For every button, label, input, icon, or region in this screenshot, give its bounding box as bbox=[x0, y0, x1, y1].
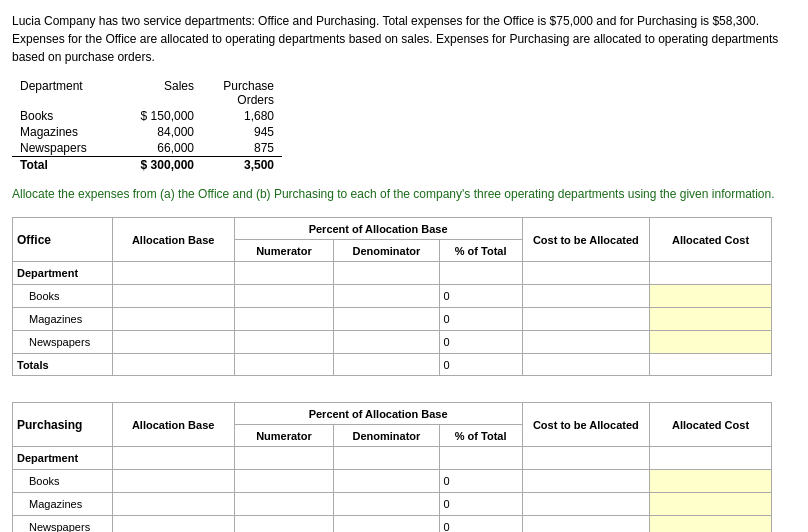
office-books-num-field[interactable] bbox=[239, 287, 330, 305]
office-books-alloc-input[interactable] bbox=[112, 285, 234, 308]
office-dept-alloc-input[interactable] bbox=[112, 262, 234, 285]
purchasing-books-alloc-input[interactable] bbox=[112, 470, 234, 493]
office-books-allocated bbox=[650, 285, 772, 308]
purchasing-books-num-input[interactable] bbox=[234, 470, 334, 493]
purchasing-magazines-alloc-field[interactable] bbox=[117, 495, 230, 513]
office-dept-row: Department bbox=[13, 262, 772, 285]
purchasing-books-alloc-field[interactable] bbox=[117, 472, 230, 490]
purchasing-books-num-field[interactable] bbox=[239, 472, 330, 490]
office-magazines-num-input[interactable] bbox=[234, 308, 334, 331]
office-newspapers-pct: 0 bbox=[439, 331, 522, 354]
purchasing-dept-num-input[interactable] bbox=[234, 447, 334, 470]
purchasing-denominator-label: Denominator bbox=[334, 425, 439, 447]
office-books-row: Books 0 bbox=[13, 285, 772, 308]
purchasing-dept-alloc-input[interactable] bbox=[112, 447, 234, 470]
purchasing-dept-alloc-field[interactable] bbox=[117, 449, 230, 467]
purchasing-magazines-num-field[interactable] bbox=[239, 495, 330, 513]
orders-newspapers: 875 bbox=[202, 140, 282, 157]
purchasing-pct-header: Percent of Allocation Base bbox=[234, 403, 522, 425]
office-books-cost bbox=[522, 285, 649, 308]
purchasing-magazines-pct: 0 bbox=[439, 493, 522, 516]
purchasing-table: Purchasing Allocation Base Percent of Al… bbox=[12, 402, 772, 532]
office-books-label: Books bbox=[13, 285, 113, 308]
office-magazines-pct: 0 bbox=[439, 308, 522, 331]
office-totals-row: Totals 0 bbox=[13, 354, 772, 376]
purchasing-magazines-denom-input[interactable] bbox=[334, 493, 439, 516]
office-newspapers-alloc-input[interactable] bbox=[112, 331, 234, 354]
office-dept-allocated bbox=[650, 262, 772, 285]
purchasing-dept-allocated bbox=[650, 447, 772, 470]
purchasing-cost-header: Cost to be Allocated bbox=[522, 403, 649, 447]
office-header-row: Office Allocation Base Percent of Alloca… bbox=[13, 218, 772, 240]
office-newspapers-num-field[interactable] bbox=[239, 333, 330, 351]
office-totals-denom bbox=[334, 354, 439, 376]
office-pct-header: Percent of Allocation Base bbox=[234, 218, 522, 240]
purchasing-dept-denom-field[interactable] bbox=[338, 449, 434, 467]
table-row: Books $ 150,000 1,680 bbox=[12, 108, 282, 124]
office-newspapers-alloc-field[interactable] bbox=[117, 333, 230, 351]
purchasing-books-label: Books bbox=[13, 470, 113, 493]
purchasing-dept-row: Department bbox=[13, 447, 772, 470]
purchasing-section: Purchasing Allocation Base Percent of Al… bbox=[12, 402, 796, 532]
office-newspapers-denom-input[interactable] bbox=[334, 331, 439, 354]
purchasing-newspapers-allocated bbox=[650, 516, 772, 533]
purchasing-dept-num-field[interactable] bbox=[239, 449, 330, 467]
office-magazines-denom-field[interactable] bbox=[338, 310, 434, 328]
office-books-denom-field[interactable] bbox=[338, 287, 434, 305]
office-books-denom-input[interactable] bbox=[334, 285, 439, 308]
dept-magazines: Magazines bbox=[12, 124, 102, 140]
office-magazines-cost bbox=[522, 308, 649, 331]
purchasing-magazines-label: Magazines bbox=[13, 493, 113, 516]
office-totals-num bbox=[234, 354, 334, 376]
purchasing-dept-denom-input[interactable] bbox=[334, 447, 439, 470]
intro-paragraph: Lucia Company has two service department… bbox=[12, 12, 796, 66]
office-dept-cost bbox=[522, 262, 649, 285]
table-row: Newspapers 66,000 875 bbox=[12, 140, 282, 157]
purchasing-newspapers-denom-input[interactable] bbox=[334, 516, 439, 533]
office-books-num-input[interactable] bbox=[234, 285, 334, 308]
office-newspapers-allocated bbox=[650, 331, 772, 354]
total-orders: 3,500 bbox=[202, 157, 282, 174]
office-magazines-num-field[interactable] bbox=[239, 310, 330, 328]
office-magazines-denom-input[interactable] bbox=[334, 308, 439, 331]
office-dept-alloc-field[interactable] bbox=[117, 264, 230, 282]
office-totals-cost bbox=[522, 354, 649, 376]
purchasing-newspapers-alloc-input[interactable] bbox=[112, 516, 234, 533]
office-books-alloc-field[interactable] bbox=[117, 287, 230, 305]
office-newspapers-label: Newspapers bbox=[13, 331, 113, 354]
office-label: Office bbox=[13, 218, 113, 262]
office-alloc-base-header: Allocation Base bbox=[112, 218, 234, 262]
purchasing-books-denom-field[interactable] bbox=[338, 472, 434, 490]
col-sales-header: Sales bbox=[102, 78, 202, 108]
purchasing-books-denom-input[interactable] bbox=[334, 470, 439, 493]
office-magazines-alloc-field[interactable] bbox=[117, 310, 230, 328]
office-magazines-label: Magazines bbox=[13, 308, 113, 331]
purchasing-magazines-alloc-input[interactable] bbox=[112, 493, 234, 516]
office-newspapers-denom-field[interactable] bbox=[338, 333, 434, 351]
total-label: Total bbox=[12, 157, 102, 174]
orders-books: 1,680 bbox=[202, 108, 282, 124]
office-dept-denom-field[interactable] bbox=[338, 264, 434, 282]
purchasing-newspapers-num-field[interactable] bbox=[239, 518, 330, 532]
office-dept-num-input[interactable] bbox=[234, 262, 334, 285]
purchasing-magazines-denom-field[interactable] bbox=[338, 495, 434, 513]
office-dept-label: Department bbox=[13, 262, 113, 285]
office-newspapers-num-input[interactable] bbox=[234, 331, 334, 354]
office-magazines-allocated bbox=[650, 308, 772, 331]
purchasing-pct-label: % of Total bbox=[439, 425, 522, 447]
purchasing-alloc-base-header: Allocation Base bbox=[112, 403, 234, 447]
purchasing-newspapers-denom-field[interactable] bbox=[338, 518, 434, 532]
office-totals-label: Totals bbox=[13, 354, 113, 376]
purchasing-newspapers-num-input[interactable] bbox=[234, 516, 334, 533]
purchasing-label: Purchasing bbox=[13, 403, 113, 447]
office-numerator-label: Numerator bbox=[234, 240, 334, 262]
office-dept-denom-input[interactable] bbox=[334, 262, 439, 285]
office-magazines-alloc-input[interactable] bbox=[112, 308, 234, 331]
office-dept-num-field[interactable] bbox=[239, 264, 330, 282]
purchasing-newspapers-alloc-field[interactable] bbox=[117, 518, 230, 532]
office-totals-pct: 0 bbox=[439, 354, 522, 376]
office-newspapers-cost bbox=[522, 331, 649, 354]
purchasing-magazines-num-input[interactable] bbox=[234, 493, 334, 516]
col-orders-header: PurchaseOrders bbox=[202, 78, 282, 108]
purchasing-dept-pct bbox=[439, 447, 522, 470]
